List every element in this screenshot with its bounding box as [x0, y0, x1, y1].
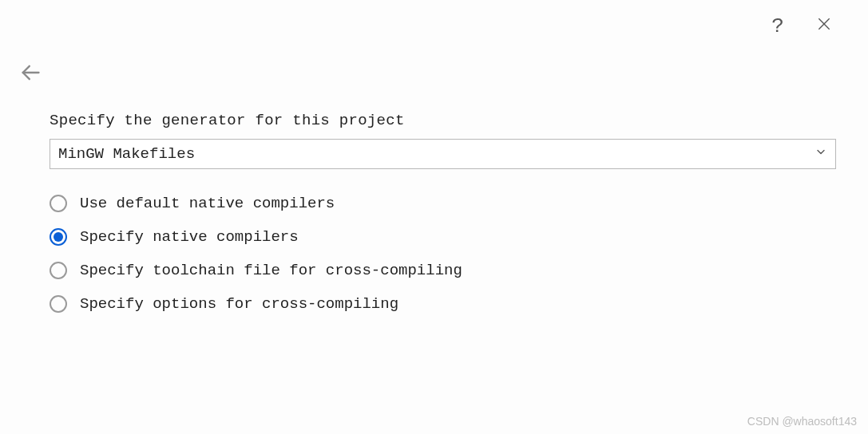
close-button[interactable] [812, 14, 836, 38]
compiler-radio-group: Use default native compilers Specify nat… [50, 195, 836, 313]
radio-label: Specify options for cross-compiling [80, 295, 398, 313]
arrow-left-icon [19, 61, 42, 88]
radio-specify-native[interactable]: Specify native compilers [50, 228, 836, 246]
radio-icon [50, 195, 67, 212]
radio-label: Specify toolchain file for cross-compili… [80, 262, 462, 279]
generator-value: MinGW Makefiles [58, 145, 195, 163]
chevron-down-icon [814, 146, 827, 163]
radio-icon [50, 295, 67, 313]
help-button[interactable]: ? [766, 14, 790, 38]
dialog-window: ? Specify the generator for this project… [0, 0, 868, 434]
radio-icon [50, 262, 67, 279]
back-button[interactable] [16, 60, 45, 89]
radio-toolchain-file[interactable]: Specify toolchain file for cross-compili… [50, 262, 836, 279]
close-icon [816, 14, 832, 38]
watermark: CSDN @whaosoft143 [747, 415, 857, 428]
titlebar: ? [766, 0, 868, 38]
generator-prompt-label: Specify the generator for this project [50, 112, 836, 129]
radio-icon [50, 228, 67, 246]
help-icon: ? [771, 14, 784, 38]
radio-cross-options[interactable]: Specify options for cross-compiling [50, 295, 836, 313]
generator-combobox[interactable]: MinGW Makefiles [50, 139, 836, 169]
radio-label: Use default native compilers [80, 195, 335, 212]
radio-label: Specify native compilers [80, 228, 299, 246]
radio-default-native[interactable]: Use default native compilers [50, 195, 836, 212]
dialog-content: Specify the generator for this project M… [50, 112, 836, 313]
